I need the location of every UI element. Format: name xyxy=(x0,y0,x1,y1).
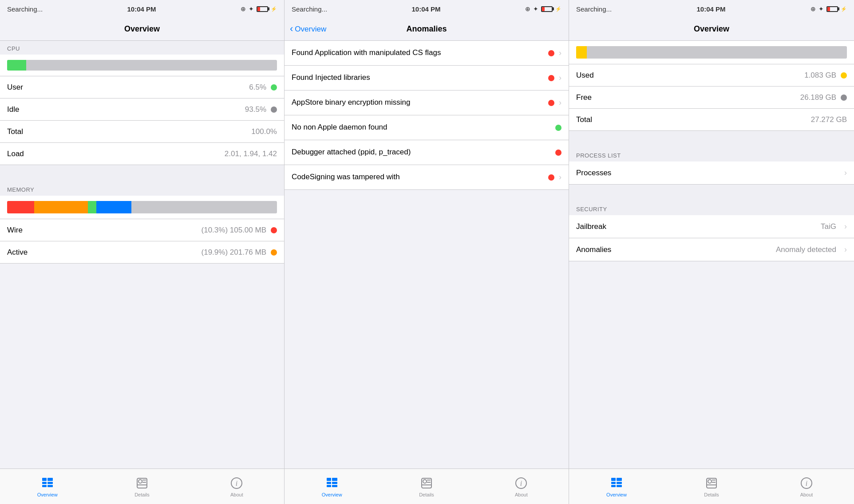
anomaly-row-3[interactable]: AppStore binary encryption missing › xyxy=(285,91,569,115)
cpu-load-row: Load 2.01, 1.94, 1.42 xyxy=(0,143,284,165)
storage-used-dot xyxy=(841,72,847,79)
anomaly-row-4: No non Apple daemon found xyxy=(285,115,569,140)
svg-rect-18 xyxy=(332,485,337,487)
cpu-total-right: 100.0% xyxy=(251,127,277,136)
svg-point-33 xyxy=(708,480,712,483)
memory-active-value: (19.9%) 201.76 MB xyxy=(202,248,266,257)
status-time-1: 10:04 PM xyxy=(127,5,156,13)
svg-text:i: i xyxy=(806,480,807,487)
anomaly-chevron-2: › xyxy=(559,73,561,83)
tab-overview-2[interactable]: Overview xyxy=(285,476,379,497)
tab-details-2[interactable]: Details xyxy=(379,476,474,497)
storage-free-row: Free 26.189 GB xyxy=(569,87,854,109)
nav-bar-3: Overview xyxy=(569,18,854,41)
cpu-load-value: 2.01, 1.94, 1.42 xyxy=(225,150,277,158)
memory-inactive-fill xyxy=(88,201,96,213)
anomaly-right-3: › xyxy=(548,98,561,107)
processes-chevron: › xyxy=(844,168,847,177)
details-tab-icon-1 xyxy=(135,476,149,490)
cpu-progress-bar xyxy=(7,60,277,71)
cpu-user-row: User 6.5% xyxy=(0,76,284,98)
svg-rect-5 xyxy=(47,485,53,487)
status-bar-2: Searching... 10:04 PM ⊕ ✦ ⚡ xyxy=(285,0,569,18)
status-time-3: 10:04 PM xyxy=(697,5,726,13)
tab-about-3[interactable]: i About xyxy=(759,476,854,497)
memory-active-label: Active xyxy=(7,248,28,257)
bluetooth-icon-3: ✦ xyxy=(818,5,824,12)
storage-used-value: 1.083 GB xyxy=(804,71,836,80)
svg-rect-30 xyxy=(617,482,622,484)
tab-details-3[interactable]: Details xyxy=(664,476,759,497)
back-chevron-icon: ‹ xyxy=(290,24,293,34)
anomaly-right-1: › xyxy=(548,48,561,58)
svg-rect-1 xyxy=(42,482,47,484)
storage-total-label: Total xyxy=(576,115,592,124)
cpu-idle-right: 93.5% xyxy=(245,105,277,114)
about-tab-icon-1: i xyxy=(229,476,244,490)
svg-rect-2 xyxy=(42,485,47,487)
tab-bar-3: Overview Details i About xyxy=(569,469,854,504)
svg-rect-13 xyxy=(327,478,331,481)
anomaly-chevron-1: › xyxy=(559,48,561,58)
tab-overview-1[interactable]: Overview xyxy=(0,476,95,497)
anomaly-text-4: No non Apple daemon found xyxy=(292,122,555,132)
jailbreak-chevron: › xyxy=(844,222,847,231)
status-icons-1: ⊕ ✦ ⚡ xyxy=(241,5,277,12)
memory-wire-label: Wire xyxy=(7,226,23,235)
tab-about-1[interactable]: i About xyxy=(190,476,284,497)
jailbreak-label: Jailbreak xyxy=(576,222,821,231)
status-searching-2: Searching... xyxy=(292,5,327,13)
about-tab-icon-3: i xyxy=(799,476,814,490)
tab-about-2[interactable]: i About xyxy=(474,476,569,497)
anomaly-dot-1 xyxy=(548,50,554,56)
details-tab-icon-2 xyxy=(419,476,434,490)
svg-rect-0 xyxy=(42,478,47,481)
status-bar-1: Searching... 10:04 PM ⊕ ✦ ⚡ xyxy=(0,0,284,18)
panel-overview-3: Searching... 10:04 PM ⊕ ✦ ⚡ Overview Use… xyxy=(569,0,854,504)
anomaly-dot-6 xyxy=(548,174,554,181)
tab-details-label-1: Details xyxy=(134,492,150,497)
cpu-user-right: 6.5% xyxy=(249,83,277,92)
cpu-total-label: Total xyxy=(7,127,23,136)
nav-back-button[interactable]: ‹ Overview xyxy=(290,25,326,34)
anomaly-text-2: Found Injected libraries xyxy=(292,73,548,83)
anomalies-value: Anomaly detected xyxy=(776,245,836,254)
processes-row[interactable]: Processes › xyxy=(569,161,854,185)
battery-icon-2 xyxy=(541,6,553,12)
tab-overview-3[interactable]: Overview xyxy=(569,476,664,497)
tab-bar-2: Overview Details i About xyxy=(285,469,569,504)
memory-wire-dot xyxy=(271,227,277,233)
storage-process-divider xyxy=(569,131,854,148)
storage-total-value: 27.272 GB xyxy=(811,115,847,124)
storage-free-dot xyxy=(841,94,847,101)
anomaly-row-1[interactable]: Found Application with manipulated CS fl… xyxy=(285,41,569,66)
cpu-header: CPU xyxy=(0,41,284,55)
storage-progress-bar xyxy=(576,46,847,59)
jailbreak-value: TaiG xyxy=(821,222,836,231)
svg-rect-28 xyxy=(611,485,616,487)
cpu-user-dot xyxy=(271,84,277,91)
anomaly-row-6[interactable]: CodeSigning was tampered with › xyxy=(285,165,569,190)
anomalies-row[interactable]: Anomalies Anomaly detected › xyxy=(569,238,854,261)
storage-free-value: 26.189 GB xyxy=(800,93,836,102)
charging-icon-3: ⚡ xyxy=(841,6,847,12)
storage-free-label: Free xyxy=(576,93,592,102)
cpu-memory-divider xyxy=(0,165,284,182)
cpu-idle-label: Idle xyxy=(7,105,19,114)
anomaly-dot-5 xyxy=(555,150,561,156)
cpu-idle-row: Idle 93.5% xyxy=(0,98,284,121)
cpu-total-value: 100.0% xyxy=(251,127,277,136)
panel-overview-1: Searching... 10:04 PM ⊕ ✦ ⚡ Overview CPU… xyxy=(0,0,285,504)
svg-rect-16 xyxy=(332,478,337,481)
cpu-used-fill xyxy=(7,60,26,71)
anomaly-row-2[interactable]: Found Injected libraries › xyxy=(285,66,569,91)
memory-header: MEMORY xyxy=(0,182,284,196)
jailbreak-row[interactable]: Jailbreak TaiG › xyxy=(569,215,854,238)
processes-label: Processes xyxy=(576,169,844,177)
process-security-divider xyxy=(569,185,854,201)
tab-details-label-2: Details xyxy=(419,492,434,497)
tab-details-1[interactable]: Details xyxy=(95,476,189,497)
svg-rect-26 xyxy=(611,478,616,481)
anomalies-content: Found Application with manipulated CS fl… xyxy=(285,41,569,469)
anomaly-right-2: › xyxy=(548,73,561,83)
